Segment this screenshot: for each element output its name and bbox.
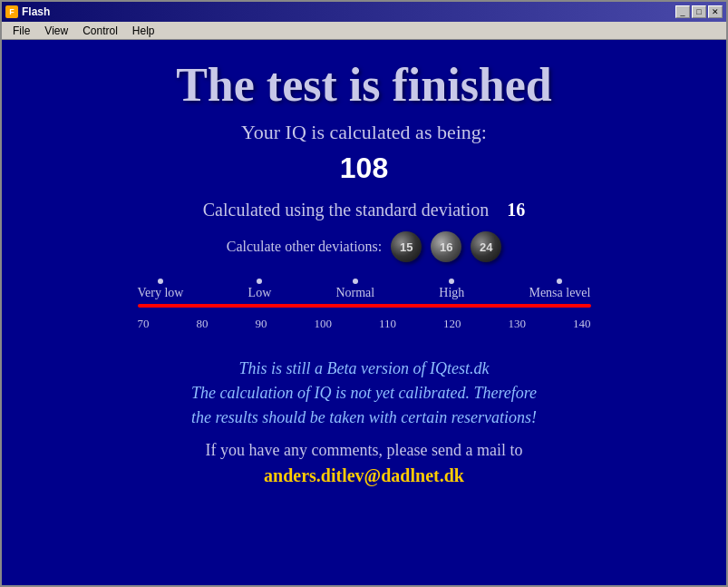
scale-num-70: 70: [138, 317, 150, 331]
deviation-ball-16[interactable]: 16: [431, 231, 461, 262]
scale-dot-high: [449, 279, 454, 284]
beta-line2: The calculation of IQ is not yet calibra…: [191, 384, 537, 402]
scale-num-110: 110: [379, 317, 396, 331]
scale-bar-container: [129, 304, 600, 313]
iq-score: 108: [340, 152, 388, 185]
scale-dot-normal: [353, 279, 358, 284]
scale-num-100: 100: [314, 317, 332, 331]
menu-bar: File View Control Help: [2, 22, 726, 40]
scale-label-normal: Normal: [335, 279, 374, 300]
scale-dot-low: [257, 279, 262, 284]
deviations-row: Calculate other deviations: 15 16 24: [227, 231, 502, 262]
flash-icon: F: [5, 5, 18, 18]
subtitle: Your IQ is calculated as being:: [241, 121, 487, 144]
scale-num-80: 80: [196, 317, 208, 331]
scale-container: Very low Low Normal High Mensa level: [129, 279, 600, 331]
close-button[interactable]: ✕: [708, 5, 723, 18]
minimize-button[interactable]: _: [675, 5, 690, 18]
std-dev-line: Calculated using the standard deviation …: [203, 200, 525, 220]
maximize-button[interactable]: □: [692, 5, 706, 18]
main-title: The test is finished: [176, 58, 552, 112]
scale-num-120: 120: [443, 317, 461, 331]
deviation-ball-24[interactable]: 24: [471, 231, 501, 262]
std-dev-value: 16: [507, 200, 525, 220]
menu-help[interactable]: Help: [125, 23, 162, 39]
comment-text: If you have any comments, please send a …: [206, 441, 523, 460]
beta-line1: This is still a Beta version of IQtest.d…: [239, 359, 490, 377]
scale-labels: Very low Low Normal High Mensa level: [129, 279, 600, 300]
scale-label-very-low: Very low: [138, 279, 184, 300]
scale-label-low: Low: [248, 279, 272, 300]
deviation-ball-15[interactable]: 15: [391, 231, 422, 262]
std-dev-text: Calculated using the standard deviation: [203, 200, 489, 220]
scale-label-mensa: Mensa level: [529, 279, 590, 300]
menu-control[interactable]: Control: [75, 23, 125, 39]
email-link[interactable]: anders.ditlev@dadlnet.dk: [264, 465, 464, 486]
scale-num-130: 130: [508, 317, 526, 331]
menu-view[interactable]: View: [37, 23, 75, 39]
window-title: Flash: [22, 5, 50, 18]
content-area: The test is finished Your IQ is calculat…: [2, 40, 726, 585]
beta-line3: the results should be taken with certain…: [191, 408, 537, 426]
scale-dot-very-low: [158, 279, 163, 284]
title-bar-buttons: _ □ ✕: [675, 5, 723, 18]
scale-num-90: 90: [255, 317, 267, 331]
scale-bar: [138, 304, 591, 308]
title-bar: F Flash _ □ ✕: [2, 2, 726, 22]
main-window: F Flash _ □ ✕ File View Control Help The…: [0, 0, 728, 587]
beta-text: This is still a Beta version of IQtest.d…: [191, 357, 537, 430]
menu-file[interactable]: File: [5, 23, 37, 39]
scale-label-high: High: [439, 279, 464, 300]
scale-dot-mensa: [557, 279, 562, 284]
scale-num-140: 140: [573, 317, 591, 331]
deviations-label: Calculate other deviations:: [227, 239, 383, 255]
scale-numbers: 70 80 90 100 110 120 130 140: [129, 313, 600, 331]
title-bar-left: F Flash: [5, 5, 50, 18]
